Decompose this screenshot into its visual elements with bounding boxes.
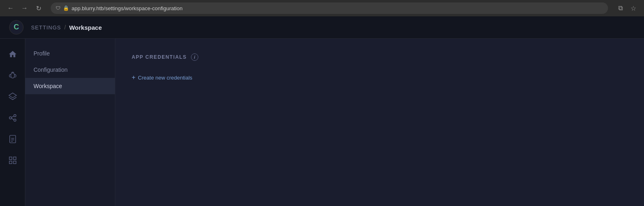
- svg-rect-13: [9, 157, 11, 159]
- bookmark-button[interactable]: ☆: [628, 2, 639, 14]
- sidebar-icon-report[interactable]: [4, 130, 22, 148]
- svg-line-7: [11, 116, 14, 117]
- breadcrumb-current: Workspace: [69, 24, 102, 31]
- svg-rect-16: [13, 161, 16, 164]
- app-body: Profile Configuration Workspace APP CRED…: [0, 39, 644, 206]
- svg-text:C: C: [14, 23, 19, 31]
- svg-line-8: [11, 118, 14, 120]
- sidebar-icon-layers[interactable]: [4, 88, 22, 106]
- sidebar-icon-home[interactable]: [4, 45, 22, 63]
- svg-rect-14: [13, 157, 16, 159]
- lock-icon: 🔒: [63, 5, 69, 11]
- svg-point-4: [9, 117, 11, 119]
- url-text: app.blurry.htb/settings/workspace-config…: [72, 5, 603, 11]
- browser-action-buttons: ⧉ ☆: [615, 2, 639, 14]
- info-icon[interactable]: i: [191, 53, 198, 61]
- create-credentials-label: Create new credentials: [138, 75, 192, 81]
- plus-icon: +: [132, 74, 135, 81]
- section-header: APP CREDENTIALS i: [132, 53, 628, 61]
- create-credentials-button[interactable]: + Create new credentials: [132, 72, 192, 83]
- logo-svg: C: [9, 20, 24, 35]
- settings-sidebar: Profile Configuration Workspace: [25, 39, 115, 206]
- browser-nav-buttons: ← → ↻: [5, 2, 44, 14]
- breadcrumb-separator: /: [64, 24, 66, 31]
- section-title: APP CREDENTIALS: [132, 54, 187, 60]
- security-icon: 🛡: [56, 5, 61, 11]
- svg-point-6: [13, 119, 16, 122]
- svg-point-2: [11, 73, 14, 78]
- svg-rect-15: [9, 161, 11, 164]
- breadcrumb-settings: SETTINGS: [31, 24, 61, 31]
- browser-chrome: ← → ↻ 🛡 🔒 app.blurry.htb/settings/worksp…: [0, 0, 644, 16]
- sidebar-item-configuration[interactable]: Configuration: [25, 62, 115, 78]
- icon-sidebar: [0, 39, 25, 206]
- main-content: APP CREDENTIALS i + Create new credentia…: [115, 39, 644, 206]
- sidebar-icon-connections[interactable]: [4, 109, 22, 127]
- svg-marker-3: [9, 93, 16, 98]
- svg-rect-9: [9, 135, 16, 143]
- address-bar[interactable]: 🛡 🔒 app.blurry.htb/settings/workspace-co…: [51, 2, 608, 14]
- logo[interactable]: C: [8, 19, 25, 35]
- forward-button[interactable]: →: [19, 2, 30, 14]
- translate-button[interactable]: ⧉: [615, 2, 626, 14]
- app-wrapper: C SETTINGS / Workspace: [0, 16, 644, 206]
- breadcrumb: SETTINGS / Workspace: [31, 24, 102, 31]
- back-button[interactable]: ←: [5, 2, 16, 14]
- sidebar-item-workspace[interactable]: Workspace: [25, 78, 115, 94]
- sidebar-icon-grid[interactable]: [4, 151, 22, 169]
- app-header: C SETTINGS / Workspace: [0, 16, 644, 39]
- svg-point-5: [13, 115, 16, 117]
- sidebar-icon-brain[interactable]: [4, 66, 22, 84]
- refresh-button[interactable]: ↻: [33, 2, 44, 14]
- sidebar-item-profile[interactable]: Profile: [25, 45, 115, 62]
